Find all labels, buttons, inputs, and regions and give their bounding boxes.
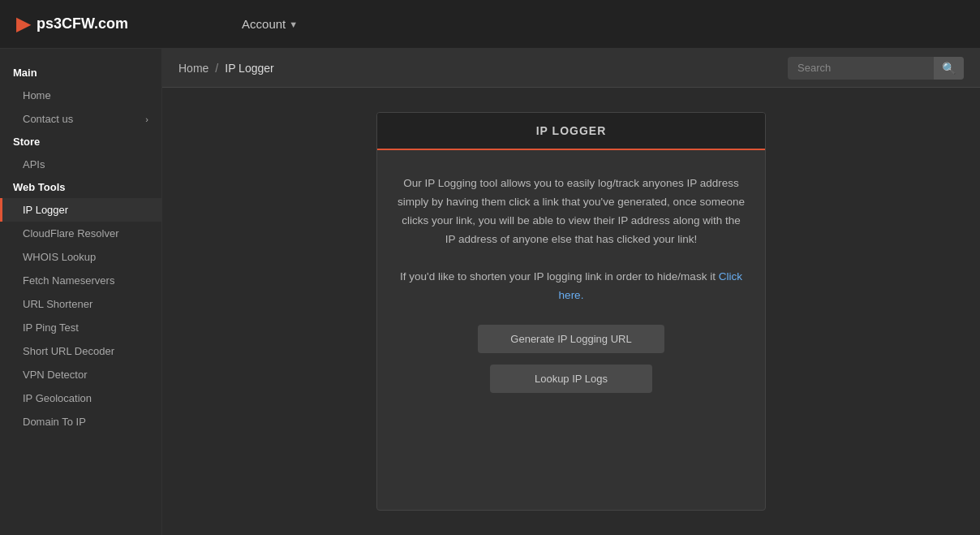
tool-card-body: Our IP Logging tool allows you to easily… — [377, 150, 765, 412]
breadcrumb-home[interactable]: Home — [178, 62, 208, 75]
tool-card-title: IP LOGGER — [377, 113, 765, 150]
logo-icon: ▶ — [16, 14, 30, 35]
sidebar-item-cloudflare[interactable]: CloudFlare Resolver — [0, 222, 161, 245]
sidebar-item-vpn-detector[interactable]: VPN Detector — [0, 363, 161, 386]
search-button[interactable]: 🔍 — [934, 57, 964, 80]
sidebar-item-url-shortener[interactable]: URL Shortener — [0, 292, 161, 316]
logo-text: ps3CFW.com — [37, 15, 128, 32]
lookup-ip-logs-button[interactable]: Lookup IP Logs — [490, 365, 652, 393]
sidebar-item-whois[interactable]: WHOIS Lookup — [0, 245, 161, 269]
tool-card: IP LOGGER Our IP Logging tool allows you… — [376, 112, 766, 511]
tool-description: Our IP Logging tool allows you to easily… — [397, 175, 746, 305]
main-content: Home / IP Logger 🔍 IP LOGGER Our IP Logg… — [162, 49, 980, 535]
generate-ip-logging-url-button[interactable]: Generate IP Logging URL — [478, 325, 664, 353]
search-input[interactable] — [788, 57, 934, 79]
sidebar-item-ip-ping[interactable]: IP Ping Test — [0, 316, 161, 339]
tool-description-text1: Our IP Logging tool allows you to easily… — [397, 175, 746, 249]
sidebar-item-domain-to-ip[interactable]: Domain To IP — [0, 410, 161, 434]
breadcrumb-current: IP Logger — [225, 62, 273, 75]
sidebar-item-ip-logger[interactable]: IP Logger — [0, 198, 161, 222]
sidebar-section-store: Store — [0, 131, 161, 153]
top-navigation: ▶ ps3CFW.com Account ▼ — [0, 0, 980, 49]
sidebar-item-apis[interactable]: APIs — [0, 153, 161, 176]
sidebar: Main Home Contact us › Store APIs Web To… — [0, 49, 162, 535]
account-arrow-icon: ▼ — [289, 19, 298, 29]
sidebar-item-contact[interactable]: Contact us › — [0, 107, 161, 131]
logo[interactable]: ▶ ps3CFW.com — [16, 14, 128, 35]
content-area: IP LOGGER Our IP Logging tool allows you… — [162, 88, 980, 535]
sidebar-item-short-url-decoder[interactable]: Short URL Decoder — [0, 339, 161, 363]
body-layout: Main Home Contact us › Store APIs Web To… — [0, 49, 980, 535]
account-label: Account — [242, 17, 286, 31]
tool-buttons: Generate IP Logging URL Lookup IP Logs — [397, 325, 746, 393]
breadcrumb-separator: / — [215, 62, 218, 75]
sidebar-section-main: Main — [0, 62, 161, 84]
tool-description-text2: If you'd like to shorten your IP logging… — [397, 268, 746, 305]
sidebar-section-webtools: Web Tools — [0, 176, 161, 198]
sidebar-item-ip-geolocation[interactable]: IP Geolocation — [0, 386, 161, 410]
chevron-right-icon: › — [145, 114, 148, 124]
sidebar-item-home[interactable]: Home — [0, 84, 161, 107]
breadcrumb-bar: Home / IP Logger 🔍 — [162, 49, 980, 88]
search-area: 🔍 — [788, 57, 964, 80]
sidebar-item-fetch-nameservers[interactable]: Fetch Nameservers — [0, 269, 161, 292]
breadcrumb: Home / IP Logger — [178, 62, 274, 75]
account-menu[interactable]: Account ▼ — [242, 17, 298, 31]
